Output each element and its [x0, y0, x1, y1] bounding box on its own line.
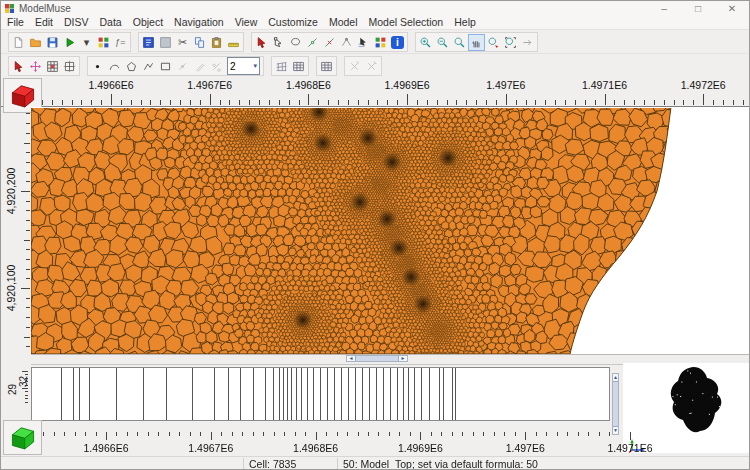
rectangle-object-button[interactable]: [157, 58, 174, 75]
insert-vertex-button[interactable]: [304, 34, 321, 51]
lasso-select-button[interactable]: [287, 34, 304, 51]
menu-model[interactable]: Model: [329, 16, 358, 29]
vertex-value-select[interactable]: 2▾: [227, 57, 260, 75]
pan-button[interactable]: [468, 34, 485, 51]
ruler-tick: [137, 432, 138, 436]
toolbar-group: [415, 32, 538, 52]
ruler-tick: [452, 432, 453, 436]
toolbar-group: [344, 56, 382, 76]
toolbar-group: i: [251, 32, 408, 52]
run-options-caret[interactable]: ▾: [78, 34, 95, 51]
edit-feature-button[interactable]: [355, 34, 372, 51]
select-objects-button[interactable]: [253, 34, 270, 51]
delete-vertex-button[interactable]: [321, 34, 338, 51]
cross-section-cell-line: [116, 368, 117, 420]
ruler-tick: [263, 432, 264, 436]
menu-navigation[interactable]: Navigation: [174, 16, 224, 29]
new-file-button[interactable]: [10, 34, 27, 51]
point-object-button[interactable]: [89, 58, 106, 75]
split-object-button[interactable]: [338, 34, 355, 51]
color-grid-button[interactable]: [372, 34, 389, 51]
vertical-scrollbar[interactable]: ▲ ▼: [612, 373, 619, 435]
polygon-object-button[interactable]: [123, 58, 140, 75]
cross-section-view[interactable]: [31, 367, 610, 421]
global-variables-button[interactable]: ƒ=: [112, 34, 129, 51]
cut-button[interactable]: ✂: [174, 34, 191, 51]
menu-disv[interactable]: DISV: [64, 16, 89, 29]
ruler-tick: [308, 94, 309, 105]
menu-model-selection[interactable]: Model Selection: [369, 16, 444, 29]
toolbar-group: [271, 56, 309, 76]
scroll-up-icon[interactable]: ▲: [613, 374, 618, 381]
zoom-previous-button[interactable]: [519, 34, 536, 51]
paste-button[interactable]: [208, 34, 225, 51]
cross-section-cell-line: [166, 368, 167, 420]
grid-table-button[interactable]: [290, 58, 307, 75]
insert-point-button[interactable]: [174, 58, 191, 75]
cross-section-cell-line: [341, 368, 342, 420]
ruler-tick: [170, 100, 171, 105]
cross-section-cell-line: [362, 368, 363, 420]
cross-section-cell-line: [397, 368, 398, 420]
ruler-tick: [116, 432, 117, 436]
comment-button[interactable]: [140, 34, 157, 51]
save-button[interactable]: [44, 34, 61, 51]
scroll-left-icon[interactable]: ◄: [347, 356, 355, 361]
measure-button[interactable]: [225, 34, 242, 51]
select-objects-top-button[interactable]: [10, 58, 27, 75]
offset-line-button[interactable]: [208, 58, 225, 75]
straight-line-object-button[interactable]: [140, 58, 157, 75]
menu-view[interactable]: View: [235, 16, 258, 29]
top-ruler-label: 1.4966E6: [83, 79, 139, 91]
menu-customize[interactable]: Customize: [268, 16, 318, 29]
disv-mesh-canvas[interactable]: [31, 107, 750, 354]
menu-data[interactable]: Data: [100, 16, 122, 29]
delete-node-button[interactable]: [346, 58, 363, 75]
zoom-extents-button[interactable]: [502, 34, 519, 51]
cross-section-ruler-label: 29: [7, 383, 18, 397]
ruler-tick: [26, 113, 30, 114]
hint-button[interactable]: [157, 34, 174, 51]
menu-file[interactable]: File: [7, 16, 24, 29]
ruler-tick: [81, 100, 82, 105]
show-grid-values-button[interactable]: [61, 58, 78, 75]
horizontal-scrollbar[interactable]: ◄ ►: [346, 355, 408, 362]
zoom-out-button[interactable]: [434, 34, 451, 51]
ruler-tick: [26, 152, 30, 153]
menu-help[interactable]: Help: [454, 16, 476, 29]
toolbar-row-2: 2▾: [1, 53, 749, 78]
info-button[interactable]: i: [391, 36, 404, 49]
scroll-thumb[interactable]: [355, 356, 399, 361]
ruler-tick: [316, 432, 317, 440]
menu-object[interactable]: Object: [133, 16, 163, 29]
menu-edit[interactable]: Edit: [35, 16, 53, 29]
select-cells-button[interactable]: [44, 58, 61, 75]
move-objects-button[interactable]: [27, 58, 44, 75]
zoom-button[interactable]: [451, 34, 468, 51]
ruler-tick: [72, 100, 73, 105]
delete-segment-button[interactable]: [363, 58, 380, 75]
maximize-button[interactable]: □: [681, 1, 715, 16]
polyline-object-button[interactable]: [106, 58, 123, 75]
quadtree-refinement-button[interactable]: [273, 58, 290, 75]
minimize-button[interactable]: –: [647, 1, 681, 16]
ruler-tick: [578, 432, 579, 436]
front-view-button[interactable]: [3, 420, 42, 455]
select-vertices-button[interactable]: [270, 34, 287, 51]
zoom-to-selection-button[interactable]: [485, 34, 502, 51]
parallel-lines-button[interactable]: [191, 58, 208, 75]
model-results-button[interactable]: [95, 34, 112, 51]
zoom-in-button[interactable]: [417, 34, 434, 51]
copy-button[interactable]: [191, 34, 208, 51]
scroll-vthumb[interactable]: [613, 381, 618, 427]
ruler-tick: [318, 100, 319, 105]
ruler-tick: [585, 100, 586, 105]
close-button[interactable]: ✕: [715, 1, 749, 16]
run-model-button[interactable]: [61, 34, 78, 51]
top-ruler-label: 1.4968E6: [280, 79, 336, 91]
scroll-right-icon[interactable]: ►: [399, 356, 407, 361]
data-table-button[interactable]: [318, 58, 335, 75]
open-file-button[interactable]: [27, 34, 44, 51]
plan-view[interactable]: [31, 107, 750, 354]
ruler-tick: [347, 432, 348, 436]
